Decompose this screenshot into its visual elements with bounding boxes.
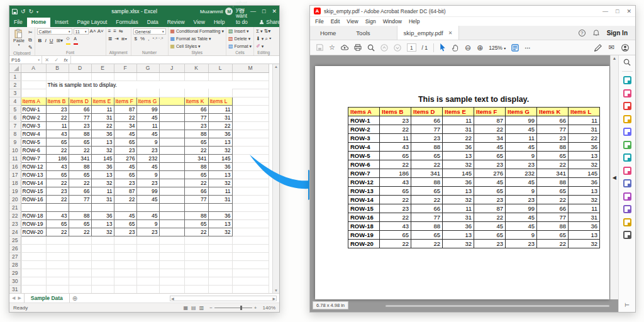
cell-value[interactable]: 45 bbox=[114, 162, 136, 170]
cell[interactable] bbox=[46, 89, 69, 97]
create-pdf-icon[interactable] bbox=[623, 102, 631, 110]
cell[interactable] bbox=[91, 269, 114, 277]
cell[interactable] bbox=[159, 269, 184, 277]
row-header-20[interactable]: 20 bbox=[9, 195, 21, 203]
row-header-28[interactable]: 28 bbox=[9, 260, 21, 269]
cell-value[interactable]: 13 bbox=[208, 138, 232, 146]
row-header-23[interactable]: 23 bbox=[9, 219, 21, 228]
cell[interactable] bbox=[208, 285, 232, 293]
cell-value[interactable]: 23 bbox=[114, 228, 136, 236]
cell[interactable] bbox=[114, 72, 136, 80]
cell[interactable] bbox=[46, 236, 69, 244]
cell[interactable] bbox=[208, 72, 232, 80]
zoom-in-icon[interactable]: + bbox=[254, 305, 257, 311]
excel-tab-insert[interactable]: Insert bbox=[50, 18, 72, 27]
cell-value[interactable]: 65 bbox=[69, 138, 91, 146]
clear-button[interactable]: ✐ ▾ bbox=[256, 43, 271, 50]
cell-header[interactable]: Items B bbox=[46, 97, 69, 105]
excel-tab-page-layout[interactable]: Page Layout bbox=[73, 18, 112, 27]
menu-edit[interactable]: Edit bbox=[331, 18, 340, 25]
cell[interactable] bbox=[184, 236, 208, 244]
cell-styles-button[interactable]: ▦ Cell Styles ▾ bbox=[170, 43, 224, 50]
cell-empty[interactable] bbox=[159, 162, 184, 170]
cell-value[interactable]: 22 bbox=[208, 121, 232, 130]
cell-value[interactable]: 65 bbox=[46, 170, 69, 179]
format-as-table-button[interactable]: ▦ Format as Table ▾ bbox=[170, 36, 224, 42]
align-left-icon[interactable]: ≣ bbox=[108, 36, 113, 42]
cell[interactable] bbox=[91, 285, 114, 293]
fill-button[interactable]: ⬇ ▾ ⌕ ▾ bbox=[256, 36, 271, 42]
cell[interactable] bbox=[21, 285, 46, 293]
cell[interactable] bbox=[159, 244, 184, 252]
cell-value[interactable]: 23 bbox=[136, 228, 159, 236]
cell[interactable] bbox=[91, 277, 114, 285]
cell[interactable] bbox=[232, 260, 269, 269]
cell-empty[interactable] bbox=[159, 105, 184, 113]
cell-value[interactable]: 32 bbox=[91, 228, 114, 236]
decimal-icons[interactable]: ⁺·⁰ ⁻·⁰ bbox=[152, 36, 163, 42]
cell[interactable] bbox=[69, 244, 91, 252]
stamp-icon[interactable] bbox=[623, 218, 631, 226]
menu-file[interactable]: File bbox=[315, 18, 324, 25]
cell-value[interactable]: 32 bbox=[91, 179, 114, 187]
cell-value[interactable]: 88 bbox=[184, 211, 208, 219]
cell-value[interactable]: 13 bbox=[91, 138, 114, 146]
row-header-29[interactable]: 29 bbox=[9, 269, 21, 277]
cell-header[interactable]: Items E bbox=[91, 97, 114, 105]
cell[interactable] bbox=[232, 244, 269, 252]
cell-empty[interactable] bbox=[159, 179, 184, 187]
cell-header[interactable] bbox=[159, 97, 184, 105]
cell[interactable] bbox=[69, 72, 91, 80]
cell[interactable] bbox=[208, 277, 232, 285]
cell-empty[interactable] bbox=[159, 219, 184, 228]
cell-value[interactable]: 36 bbox=[208, 130, 232, 138]
merge-center-icon[interactable]: ⧈▾ bbox=[121, 36, 127, 42]
cell-row-label[interactable]: ROW-15 bbox=[21, 187, 46, 195]
row-header-3[interactable]: 3 bbox=[9, 89, 21, 97]
cell[interactable] bbox=[21, 252, 46, 260]
expand-tools-icon[interactable]: ⊢ bbox=[625, 302, 630, 308]
edit-pdf-icon[interactable] bbox=[623, 89, 631, 97]
new-sheet-icon[interactable]: ⊕ bbox=[72, 295, 77, 302]
cell-value[interactable]: 11 bbox=[91, 105, 114, 113]
cell[interactable] bbox=[136, 252, 159, 260]
row-header-25[interactable]: 25 bbox=[9, 236, 21, 244]
cell-value[interactable]: 22 bbox=[46, 195, 69, 203]
cell-value[interactable]: 88 bbox=[184, 130, 208, 138]
cell-value[interactable]: 43 bbox=[46, 211, 69, 219]
cell[interactable] bbox=[136, 72, 159, 80]
excel-tab-review[interactable]: Review bbox=[163, 18, 189, 27]
cell-value[interactable]: 45 bbox=[136, 195, 159, 203]
cell-value[interactable]: 45 bbox=[136, 162, 159, 170]
cell-value[interactable]: 36 bbox=[91, 211, 114, 219]
cell[interactable] bbox=[232, 80, 269, 89]
cell-empty[interactable] bbox=[69, 203, 91, 211]
cell-value[interactable]: 65 bbox=[114, 138, 136, 146]
cell-value[interactable]: 22 bbox=[184, 146, 208, 154]
cell[interactable] bbox=[114, 244, 136, 252]
cancel-icon[interactable]: ✕ bbox=[45, 57, 49, 63]
cell[interactable] bbox=[114, 252, 136, 260]
cell[interactable] bbox=[114, 260, 136, 269]
shrink-font-icon[interactable]: A˅ bbox=[97, 28, 104, 35]
cell-empty[interactable] bbox=[159, 187, 184, 195]
cell[interactable] bbox=[91, 244, 114, 252]
cell-row-label[interactable]: ROW-4 bbox=[21, 130, 46, 138]
cell-header[interactable]: Items G bbox=[136, 97, 159, 105]
zoom-slider[interactable]: − + bbox=[209, 305, 257, 311]
cell[interactable] bbox=[91, 252, 114, 260]
cell-empty[interactable] bbox=[46, 203, 69, 211]
organize-pages-icon[interactable] bbox=[623, 141, 631, 149]
cell-empty[interactable] bbox=[159, 170, 184, 179]
cell-value[interactable]: 65 bbox=[69, 170, 91, 179]
cell-value[interactable]: 36 bbox=[208, 162, 232, 170]
cell[interactable] bbox=[91, 89, 114, 97]
number-format-select[interactable]: General▾ bbox=[133, 28, 166, 35]
sheet-nav-right-icon[interactable]: ▶ bbox=[18, 296, 21, 301]
cut-icon[interactable]: ✂ bbox=[28, 30, 33, 36]
normal-view-icon[interactable]: ▦ bbox=[184, 305, 189, 311]
cell[interactable] bbox=[21, 260, 46, 269]
cell-value[interactable]: 11 bbox=[46, 121, 69, 130]
cell-value[interactable]: 65 bbox=[184, 219, 208, 228]
cell[interactable] bbox=[46, 285, 69, 293]
